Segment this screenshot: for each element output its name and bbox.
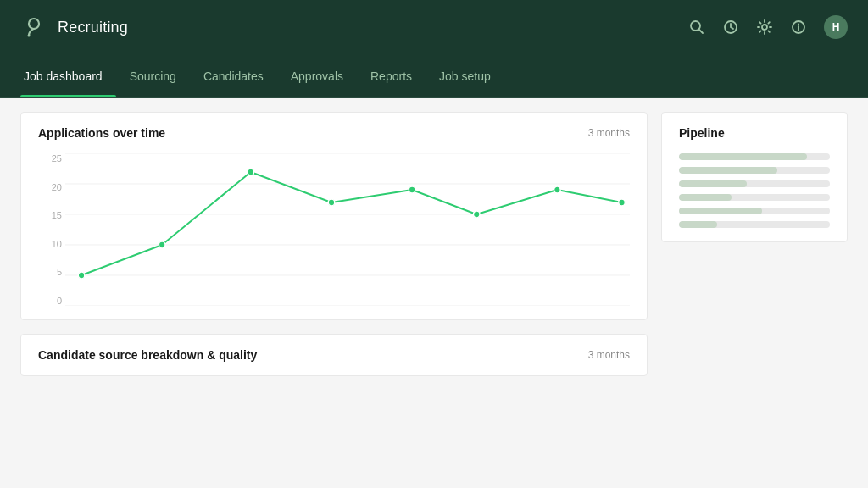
gear-icon[interactable] (756, 19, 773, 36)
pipeline-card: Pipeline (661, 112, 848, 242)
source-title: Candidate source breakdown & quality (38, 348, 257, 362)
pipeline-bar-fill-5 (679, 208, 762, 214)
pipeline-bar-fill-4 (679, 194, 732, 201)
left-column: Applications over time 3 months 25 20 15… (20, 112, 648, 474)
tab-sourcing[interactable]: Sourcing (116, 54, 190, 97)
header-left: Recruiting (20, 14, 128, 41)
svg-point-15 (248, 169, 254, 175)
source-badge: 3 months (588, 349, 630, 361)
pipeline-bars (662, 150, 847, 241)
pipeline-bar-6 (679, 221, 830, 228)
applications-title: Applications over time (38, 126, 165, 140)
info-icon[interactable] (790, 19, 807, 36)
svg-point-1 (28, 35, 31, 37)
svg-point-17 (409, 186, 415, 193)
pipeline-bar-fill-3 (679, 180, 747, 187)
svg-point-4 (762, 25, 767, 30)
search-icon[interactable] (688, 19, 705, 36)
y-label-15: 15 (38, 210, 62, 220)
svg-point-13 (78, 272, 85, 279)
clock-icon[interactable] (722, 19, 739, 36)
y-label-20: 20 (38, 182, 62, 192)
svg-point-6 (798, 24, 799, 25)
pipeline-bar-fill-2 (679, 167, 777, 174)
tab-approvals[interactable]: Approvals (277, 54, 357, 97)
pipeline-bar-1 (679, 153, 830, 160)
svg-point-0 (29, 19, 39, 29)
chart-area: 25 20 15 10 5 0 (38, 153, 630, 306)
app-name: Recruiting (58, 19, 128, 36)
main-content: Applications over time 3 months 25 20 15… (0, 98, 868, 488)
pipeline-bar-2 (679, 167, 830, 174)
chart-y-labels: 25 20 15 10 5 0 (38, 153, 62, 306)
applications-badge: 3 months (588, 127, 630, 139)
y-label-25: 25 (38, 153, 62, 164)
svg-point-18 (473, 211, 480, 218)
applications-card-header: Applications over time 3 months (21, 113, 647, 147)
pipeline-bar-fill-6 (679, 221, 717, 228)
chart-plot (65, 153, 630, 306)
svg-point-16 (328, 199, 335, 206)
y-label-0: 0 (38, 296, 62, 306)
y-label-5: 5 (38, 267, 62, 277)
tab-job-dashboard[interactable]: Job dashboard (20, 54, 116, 97)
source-card: Candidate source breakdown & quality 3 m… (20, 334, 648, 376)
y-label-10: 10 (38, 239, 62, 249)
chart-container: 25 20 15 10 5 0 (21, 147, 647, 319)
pipeline-title: Pipeline (662, 113, 847, 150)
source-card-header: Candidate source breakdown & quality 3 m… (38, 348, 630, 362)
header-right: H (688, 15, 848, 39)
pipeline-bar-fill-1 (679, 153, 807, 160)
tab-job-setup[interactable]: Job setup (426, 54, 504, 97)
pipeline-bar-5 (679, 208, 830, 214)
applications-card: Applications over time 3 months 25 20 15… (20, 112, 648, 320)
pipeline-bar-4 (679, 194, 830, 201)
tab-reports[interactable]: Reports (357, 54, 426, 97)
app-header: Recruiting H (0, 0, 868, 54)
svg-point-20 (619, 199, 626, 206)
app-logo (20, 14, 47, 41)
svg-point-19 (554, 186, 561, 193)
tab-candidates[interactable]: Candidates (190, 54, 277, 97)
pipeline-bar-3 (679, 180, 830, 187)
right-column: Pipeline (661, 112, 848, 474)
nav-tabs: Job dashboard Sourcing Candidates Approv… (0, 54, 868, 98)
svg-point-14 (159, 241, 165, 248)
avatar[interactable]: H (824, 15, 848, 39)
